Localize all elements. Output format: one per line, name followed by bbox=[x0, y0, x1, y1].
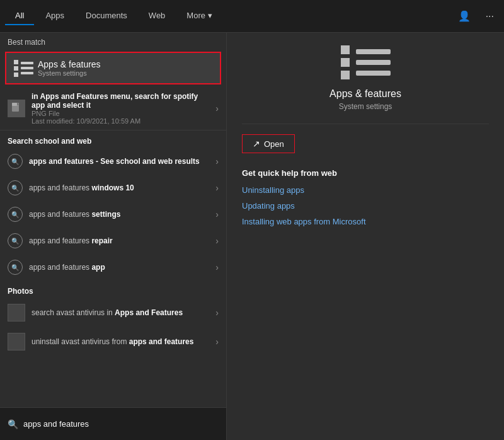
search-result-0[interactable]: apps and features - See school and web r… bbox=[0, 148, 226, 175]
best-match-item[interactable]: Apps & features System settings bbox=[5, 52, 221, 84]
start-menu: All Apps Documents Web More ▾ 👤 ··· Best… bbox=[0, 0, 504, 440]
app-preview: Apps & features System settings bbox=[242, 45, 489, 124]
help-link-0[interactable]: Uninstalling apps bbox=[242, 185, 489, 195]
app-big-icon bbox=[341, 45, 391, 79]
open-label: Open bbox=[264, 139, 284, 149]
file-info: in Apps and Features menu, search for sp… bbox=[32, 92, 209, 125]
search-input[interactable] bbox=[23, 419, 219, 429]
search-text-0: apps and features - See school and web r… bbox=[29, 157, 209, 166]
search-text-3: apps and features repair bbox=[29, 236, 209, 245]
search-circle-icon-2 bbox=[8, 207, 23, 222]
search-chevron-1: › bbox=[215, 183, 219, 193]
avatar-icon[interactable]: 👤 bbox=[453, 8, 476, 25]
file-type: PNG File bbox=[32, 110, 209, 117]
file-icon bbox=[8, 100, 25, 117]
app-icon-squares bbox=[341, 45, 350, 79]
help-link-1[interactable]: Updating apps bbox=[242, 201, 489, 211]
help-link-2[interactable]: Installing web apps from Microsoft bbox=[242, 217, 489, 226]
best-match-label: Best match bbox=[0, 33, 226, 49]
search-circle-icon-4 bbox=[8, 260, 23, 275]
photo-chevron-0: › bbox=[215, 308, 219, 318]
search-text-4: apps and features app bbox=[29, 263, 209, 272]
search-circle-icon-1 bbox=[8, 180, 23, 195]
photo-text-1: uninstall avast antivirus from apps and … bbox=[32, 337, 209, 347]
file-result-item[interactable]: in Apps and Features menu, search for sp… bbox=[0, 87, 226, 130]
open-button[interactable]: ↗ Open bbox=[242, 134, 295, 153]
chevron-down-icon: ▾ bbox=[208, 11, 212, 20]
tab-all[interactable]: All bbox=[5, 7, 34, 25]
search-chevron-4: › bbox=[215, 262, 219, 272]
search-chevron-0: › bbox=[215, 156, 219, 166]
search-bar-icon: 🔍 bbox=[8, 419, 18, 429]
search-circle-icon-3 bbox=[8, 233, 23, 248]
best-match-subtitle: System settings bbox=[38, 69, 101, 77]
best-match-text: Apps & features System settings bbox=[38, 59, 101, 77]
search-result-1[interactable]: apps and features windows 10 › bbox=[0, 175, 226, 201]
main-content: Best match bbox=[0, 33, 504, 440]
search-text-2: apps and features settings bbox=[29, 210, 209, 219]
quick-help-title: Get quick help from web bbox=[242, 168, 489, 178]
photos-heading: Photos bbox=[0, 281, 226, 298]
file-chevron-icon: › bbox=[215, 103, 219, 113]
search-result-3[interactable]: apps and features repair › bbox=[0, 228, 226, 254]
search-chevron-2: › bbox=[215, 209, 219, 219]
school-web-heading: Search school and web bbox=[0, 130, 226, 148]
open-icon: ↗ bbox=[253, 139, 260, 149]
search-bar: 🔍 bbox=[0, 407, 226, 440]
svg-rect-1 bbox=[12, 103, 17, 106]
left-scroll: Best match bbox=[0, 33, 226, 407]
app-icon-lines bbox=[356, 49, 391, 76]
left-panel: Best match bbox=[0, 33, 227, 440]
best-match-title: Apps & features bbox=[38, 59, 101, 69]
app-name: Apps & features bbox=[329, 88, 401, 100]
nav-right-icons: 👤 ··· bbox=[453, 8, 499, 25]
open-btn-container: ↗ Open bbox=[242, 134, 489, 153]
tab-documents[interactable]: Documents bbox=[76, 7, 137, 25]
tab-web[interactable]: Web bbox=[139, 7, 176, 25]
photo-thumb-1 bbox=[8, 333, 25, 350]
photo-thumb-0 bbox=[8, 304, 25, 321]
file-date: Last modified: 10/9/2021, 10:59 AM bbox=[32, 117, 209, 125]
more-options-icon[interactable]: ··· bbox=[481, 8, 499, 25]
quick-help-section: Get quick help from web Uninstalling app… bbox=[242, 168, 489, 226]
right-panel: Apps & features System settings ↗ Open G… bbox=[227, 33, 504, 440]
app-type: System settings bbox=[339, 102, 392, 111]
photo-text-0: search avast antivirus in Apps and Featu… bbox=[32, 308, 209, 318]
search-text-1: apps and features windows 10 bbox=[29, 183, 209, 192]
file-name: in Apps and Features menu, search for sp… bbox=[32, 92, 209, 110]
tab-more[interactable]: More ▾ bbox=[176, 7, 222, 25]
tab-apps[interactable]: Apps bbox=[35, 7, 74, 25]
photos-result-0[interactable]: search avast antivirus in Apps and Featu… bbox=[0, 298, 226, 327]
photos-result-1[interactable]: uninstall avast antivirus from apps and … bbox=[0, 327, 226, 356]
search-circle-icon-0 bbox=[8, 154, 23, 169]
apps-features-icon bbox=[14, 60, 32, 77]
search-chevron-3: › bbox=[215, 236, 219, 246]
photo-chevron-1: › bbox=[215, 337, 219, 347]
search-result-2[interactable]: apps and features settings › bbox=[0, 201, 226, 228]
nav-tabs: All Apps Documents Web More ▾ 👤 ··· bbox=[0, 0, 504, 33]
search-result-4[interactable]: apps and features app › bbox=[0, 254, 226, 281]
